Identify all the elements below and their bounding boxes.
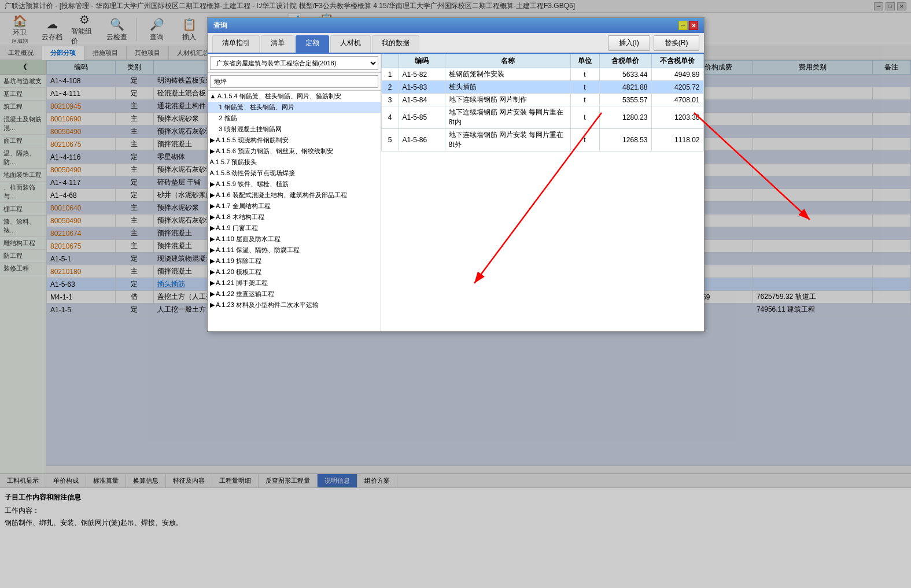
cell-code: A1-5-83 (399, 81, 445, 94)
dialog-overlay: 查询 ─ ✕ 清单指引 清单 定额 人材机 我的数据 插入(I) 替换(R) (0, 0, 911, 588)
cell-code: A1-5-85 (399, 106, 445, 129)
tree-node[interactable]: ▶ A.1.11 保温、隔热、防腐工程 (208, 245, 381, 256)
tree-search-input[interactable] (210, 75, 378, 88)
result-table-row[interactable]: 4 A1-5-85 地下连续墙钢筋 网片安装 每网片重在8t内 t 1280.2… (381, 106, 703, 129)
dialog-controls: ─ ✕ (678, 21, 698, 30)
cell-unit: t (570, 94, 599, 106)
tree-scroll[interactable]: ▲ A.1.5.4 钢筋笼、桩头钢筋、网片、箍筋制安1 钢筋笼、桩头钢筋、网片2… (208, 91, 381, 331)
tree-node[interactable]: 2 箍筋 (208, 113, 381, 124)
cell-unit: t (570, 129, 599, 151)
col-result-unit: 单位 (570, 54, 599, 68)
cell-price1: 4821.88 (599, 81, 651, 94)
cell-unit: t (570, 106, 599, 129)
dialog-tab-dinge[interactable]: 定额 (296, 35, 329, 53)
tree-node[interactable]: ▶ A.1.20 模板工程 (208, 267, 381, 278)
tree-node[interactable]: A.1.5.8 劲性骨架节点现场焊接 (208, 168, 381, 179)
cell-code: A1-5-86 (399, 129, 445, 151)
result-table-row[interactable]: 5 A1-5-86 地下连续墙钢筋 网片安装 每网片重在8t外 t 1268.5… (381, 129, 703, 151)
dialog-close-btn[interactable]: ✕ (689, 21, 698, 30)
col-result-code: 编码 (399, 54, 445, 68)
query-dialog: 查询 ─ ✕ 清单指引 清单 定额 人材机 我的数据 插入(I) 替换(R) (207, 17, 705, 332)
tree-panel: 广东省房屋建筑与装饰工程综合定额(2018) ▲ A.1.5.4 钢筋笼、桩头钢… (208, 54, 381, 331)
quota-dropdown[interactable]: 广东省房屋建筑与装饰工程综合定额(2018) (210, 56, 378, 70)
tree-node[interactable]: ▶ A.1.21 脚手架工程 (208, 278, 381, 289)
tree-node[interactable]: 1 钢筋笼、桩头钢筋、网片 (208, 102, 381, 113)
cell-no: 2 (381, 81, 399, 94)
dialog-tab-rencaiji[interactable]: 人材机 (330, 35, 371, 53)
tree-node[interactable]: ▶ A.1.22 垂直运输工程 (208, 289, 381, 299)
tree-search-area: 广东省房屋建筑与装饰工程综合定额(2018) (208, 54, 381, 73)
tree-node[interactable]: ▲ A.1.5.4 钢筋笼、桩头钢筋、网片、箍筋制安 (208, 91, 381, 102)
cell-price2: 4708.01 (651, 94, 703, 106)
tree-node[interactable]: ▶ A.1.8 木结构工程 (208, 212, 381, 223)
result-table-row[interactable]: 1 A1-5-82 桩钢筋笼制作安装 t 5633.44 4949.89 (381, 68, 703, 81)
cell-name: 桩钢筋笼制作安装 (445, 68, 570, 81)
col-result-name: 名称 (445, 54, 570, 68)
cell-code: A1-5-82 (399, 68, 445, 81)
cell-name: 地下连续墙钢筋 网片安装 每网片重在8t内 (445, 106, 570, 129)
cell-price2: 1118.02 (651, 129, 703, 151)
cell-name: 地下连续墙钢筋 网片制作 (445, 94, 570, 106)
cell-code: A1-5-84 (399, 94, 445, 106)
dialog-minimize-btn[interactable]: ─ (678, 21, 688, 30)
result-header-row: 编码 名称 单位 含税单价 不含税单价 (381, 54, 703, 68)
cell-no: 3 (381, 94, 399, 106)
result-table-row[interactable]: 3 A1-5-84 地下连续墙钢筋 网片制作 t 5355.57 4708.01 (381, 94, 703, 106)
dialog-tabs: 清单指引 清单 定额 人材机 我的数据 插入(I) 替换(R) (208, 33, 704, 54)
tree-node[interactable]: ▶ A.1.5.6 预应力钢筋、钢丝束、钢绞线制安 (208, 146, 381, 157)
tree-node[interactable]: ▶ A.1.5.5 现浇构件钢筋制安 (208, 135, 381, 146)
tree-node[interactable]: A.1.5.7 预筋接头 (208, 157, 381, 168)
dialog-tab-qingdanzhiyin[interactable]: 清单指引 (212, 35, 260, 53)
tree-node[interactable]: ▶ A.1.10 屋面及防水工程 (208, 234, 381, 245)
cell-price1: 1268.53 (599, 129, 651, 151)
col-no (381, 54, 399, 68)
cell-no: 5 (381, 129, 399, 151)
dialog-body: 广东省房屋建筑与装饰工程综合定额(2018) ▲ A.1.5.4 钢筋笼、桩头钢… (208, 54, 704, 331)
replace-button[interactable]: 替换(R) (654, 35, 699, 51)
cell-price1: 5633.44 (599, 68, 651, 81)
result-panel: 编码 名称 单位 含税单价 不含税单价 1 A1-5-82 桩钢筋笼制作安装 t… (381, 54, 704, 331)
tree-node[interactable]: ▶ A.1.6 装配式混凝土结构、建筑构件及部品工程 (208, 190, 381, 201)
cell-no: 4 (381, 106, 399, 129)
cell-price1: 1280.23 (599, 106, 651, 129)
dialog-tab-qingdan[interactable]: 清单 (261, 35, 294, 53)
dialog-title-bar: 查询 ─ ✕ (208, 18, 704, 33)
cell-no: 1 (381, 68, 399, 81)
cell-price2: 1203.38 (651, 106, 703, 129)
tree-node[interactable]: 3 喷射混凝土挂钢筋网 (208, 124, 381, 135)
insert-button[interactable]: 插入(I) (608, 35, 650, 51)
result-table: 编码 名称 单位 含税单价 不含税单价 1 A1-5-82 桩钢筋笼制作安装 t… (381, 54, 704, 151)
dialog-action-buttons: 插入(I) 替换(R) (608, 35, 699, 53)
col-result-price2: 不含税单价 (651, 54, 703, 68)
cell-name: 地下连续墙钢筋 网片安装 每网片重在8t外 (445, 129, 570, 151)
result-table-row[interactable]: 2 A1-5-83 桩头插筋 t 4821.88 4205.72 (381, 81, 703, 94)
tree-node[interactable]: ▶ A.1.7 金属结构工程 (208, 201, 381, 212)
tree-node[interactable]: ▶ A.1.23 材料及小型构件二次水平运输 (208, 299, 381, 310)
cell-unit: t (570, 81, 599, 94)
dialog-tab-wodedata[interactable]: 我的数据 (372, 35, 419, 53)
cell-unit: t (570, 68, 599, 81)
tree-search-input-area (208, 73, 381, 91)
cell-name: 桩头插筋 (445, 81, 570, 94)
tree-node[interactable]: ▶ A.1.19 拆除工程 (208, 256, 381, 267)
col-result-price1: 含税单价 (599, 54, 651, 68)
cell-price2: 4205.72 (651, 81, 703, 94)
dialog-title-text: 查询 (213, 21, 227, 31)
cell-price1: 5355.57 (599, 94, 651, 106)
tree-node[interactable]: ▶ A.1.5.9 铁件、螺栓、植筋 (208, 179, 381, 190)
tree-node[interactable]: ▶ A.1.9 门窗工程 (208, 223, 381, 234)
cell-price2: 4949.89 (651, 68, 703, 81)
